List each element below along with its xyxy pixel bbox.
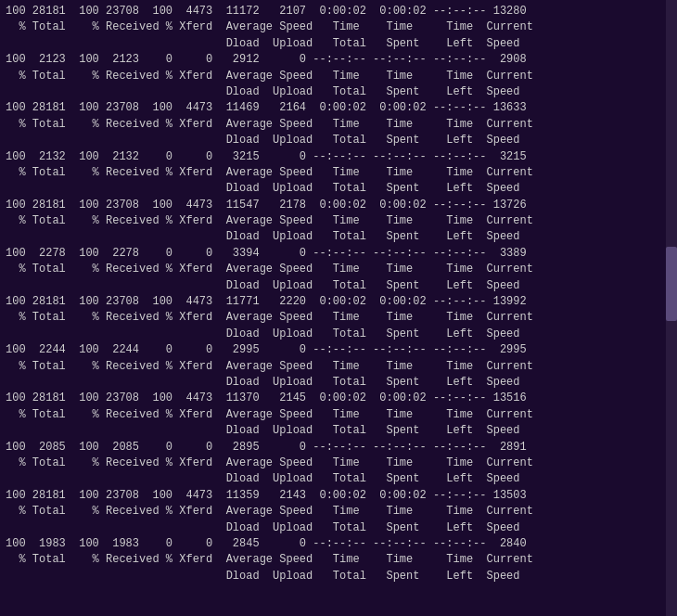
terminal-line: % Total % Received % Xferd Average Speed… bbox=[6, 504, 671, 520]
terminal-line: Dload Upload Total Spent Left Speed bbox=[6, 569, 671, 584]
terminal-line: % Total % Received % Xferd Average Speed… bbox=[6, 69, 671, 84]
terminal-line: 100 28181 100 23708 100 4473 11359 2143 … bbox=[6, 488, 671, 504]
terminal-line: % Total % Received % Xferd Average Speed… bbox=[6, 407, 671, 423]
terminal-line: Dload Upload Total Spent Left Speed bbox=[6, 471, 671, 487]
terminal-line: % Total % Received % Xferd Average Speed… bbox=[6, 310, 671, 326]
terminal-output: 100 28181 100 23708 100 4473 11172 2107 … bbox=[0, 0, 677, 588]
terminal-line: % Total % Received % Xferd Average Speed… bbox=[6, 19, 671, 35]
terminal-line: 100 28181 100 23708 100 4473 11370 2145 … bbox=[6, 391, 671, 406]
scrollbar[interactable] bbox=[666, 0, 677, 616]
terminal-line: 100 28181 100 23708 100 4473 11547 2178 … bbox=[6, 198, 671, 213]
terminal-line: Dload Upload Total Spent Left Speed bbox=[6, 229, 671, 245]
terminal-line: 100 2123 100 2123 0 0 2912 0 --:--:-- --… bbox=[6, 52, 671, 68]
terminal-line: 100 28181 100 23708 100 4473 11771 2220 … bbox=[6, 294, 671, 310]
terminal-line: 100 2244 100 2244 0 0 2995 0 --:--:-- --… bbox=[6, 342, 671, 358]
terminal-line: 100 2085 100 2085 0 0 2895 0 --:--:-- --… bbox=[6, 440, 671, 456]
terminal-line: Dload Upload Total Spent Left Speed bbox=[6, 375, 671, 391]
terminal-line: 100 1983 100 1983 0 0 2845 0 --:--:-- --… bbox=[6, 536, 671, 552]
terminal-line: % Total % Received % Xferd Average Speed… bbox=[6, 359, 671, 375]
terminal-line: % Total % Received % Xferd Average Speed… bbox=[6, 456, 671, 471]
terminal-line: % Total % Received % Xferd Average Speed… bbox=[6, 165, 671, 181]
terminal-line: Dload Upload Total Spent Left Speed bbox=[6, 84, 671, 100]
terminal-line: % Total % Received % Xferd Average Speed… bbox=[6, 213, 671, 229]
terminal-line: % Total % Received % Xferd Average Speed… bbox=[6, 117, 671, 133]
terminal-line: % Total % Received % Xferd Average Speed… bbox=[6, 552, 671, 568]
terminal-line: Dload Upload Total Spent Left Speed bbox=[6, 36, 671, 52]
terminal-line: Dload Upload Total Spent Left Speed bbox=[6, 423, 671, 439]
terminal-line: Dload Upload Total Spent Left Speed bbox=[6, 278, 671, 294]
terminal-line: 100 2278 100 2278 0 0 3394 0 --:--:-- --… bbox=[6, 246, 671, 262]
terminal-line: 100 28181 100 23708 100 4473 11469 2164 … bbox=[6, 100, 671, 116]
terminal-line: 100 28181 100 23708 100 4473 11172 2107 … bbox=[6, 4, 671, 19]
terminal-line: Dload Upload Total Spent Left Speed bbox=[6, 520, 671, 536]
terminal-line: Dload Upload Total Spent Left Speed bbox=[6, 133, 671, 148]
terminal-line: Dload Upload Total Spent Left Speed bbox=[6, 327, 671, 342]
terminal-line: Dload Upload Total Spent Left Speed bbox=[6, 181, 671, 197]
terminal-line: % Total % Received % Xferd Average Speed… bbox=[6, 262, 671, 277]
scrollbar-thumb[interactable] bbox=[666, 247, 677, 321]
terminal-line: 100 2132 100 2132 0 0 3215 0 --:--:-- --… bbox=[6, 149, 671, 165]
